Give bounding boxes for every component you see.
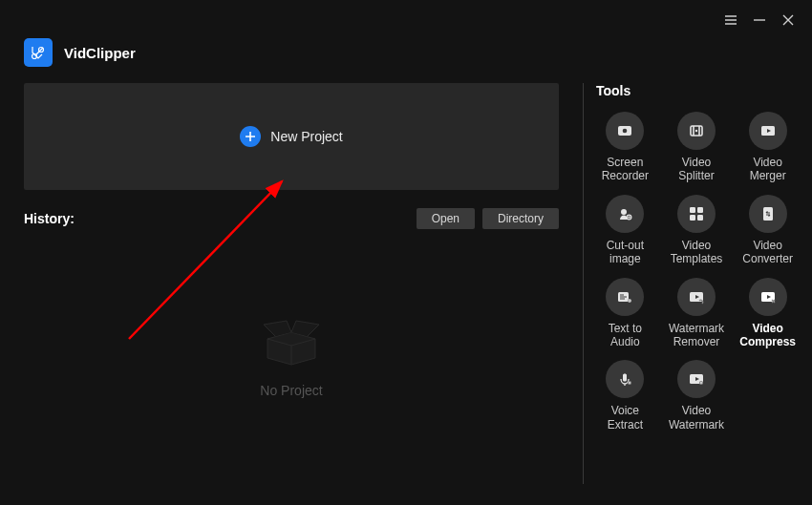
video-merger-icon [749,112,787,150]
plus-icon [240,126,261,147]
video-compress-icon [749,278,787,316]
tool-label: Video Converter [735,239,801,266]
video-watermark-icon [677,360,716,398]
close-button[interactable] [781,13,795,27]
watermark-remover-icon [677,278,716,316]
svg-rect-10 [697,207,703,213]
tool-label: Voice Extract [592,404,658,431]
svg-rect-11 [690,215,695,221]
tool-voice-extract[interactable]: Voice Extract [592,360,658,431]
empty-box-icon [258,315,325,368]
tool-video-watermark[interactable]: Video Watermark [664,360,730,431]
video-templates-icon [677,195,716,233]
vertical-divider [583,83,584,484]
new-project-button[interactable]: New Project [24,83,559,190]
tool-watermark-remover[interactable]: Watermark Remover [664,278,730,349]
video-converter-icon [749,195,787,233]
directory-button[interactable]: Directory [482,208,559,229]
tool-video-templates[interactable]: Video Templates [664,195,730,266]
app-title: VidClipper [64,45,136,61]
tool-video-splitter[interactable]: Video Splitter [664,112,730,183]
minimize-button[interactable] [753,13,766,27]
svg-rect-9 [690,207,695,213]
history-heading: History: [24,211,75,226]
tool-label: Video Merger [735,156,801,183]
tool-cutout-image[interactable]: Cut-out image [592,195,658,266]
menu-icon[interactable] [724,13,737,27]
history-empty-state: No Project [24,315,559,398]
svg-point-3 [623,129,628,134]
tool-label: Watermark Remover [664,322,730,349]
new-project-label: New Project [270,129,342,144]
app-logo-icon [24,38,53,67]
tool-text-to-audio[interactable]: Text to Audio [592,278,658,349]
tool-label: Video Watermark [664,404,730,431]
open-button[interactable]: Open [417,208,475,229]
tool-label: Video Splitter [664,156,730,183]
empty-state-label: No Project [260,383,322,398]
tool-video-compress[interactable]: Video Compress [735,278,801,349]
tool-video-converter[interactable]: Video Converter [735,195,801,266]
tool-screen-recorder[interactable]: Screen Recorder [592,112,658,183]
tool-label: Text to Audio [592,322,658,349]
tool-video-merger[interactable]: Video Merger [735,112,801,183]
tool-label: Cut-out image [592,239,658,266]
svg-point-5 [695,130,697,132]
cutout-image-icon [606,195,644,233]
screen-recorder-icon [606,112,644,150]
tools-heading: Tools [596,83,801,98]
app-header: VidClipper [24,38,136,67]
voice-extract-icon [606,360,644,398]
tool-label: Video Templates [664,239,730,266]
svg-point-7 [621,209,627,215]
svg-rect-12 [697,215,703,221]
tool-label: Video Compress [735,322,801,349]
video-splitter-icon [677,112,716,150]
svg-rect-13 [763,207,773,221]
tool-label: Screen Recorder [592,156,658,183]
text-to-audio-icon [606,278,644,316]
